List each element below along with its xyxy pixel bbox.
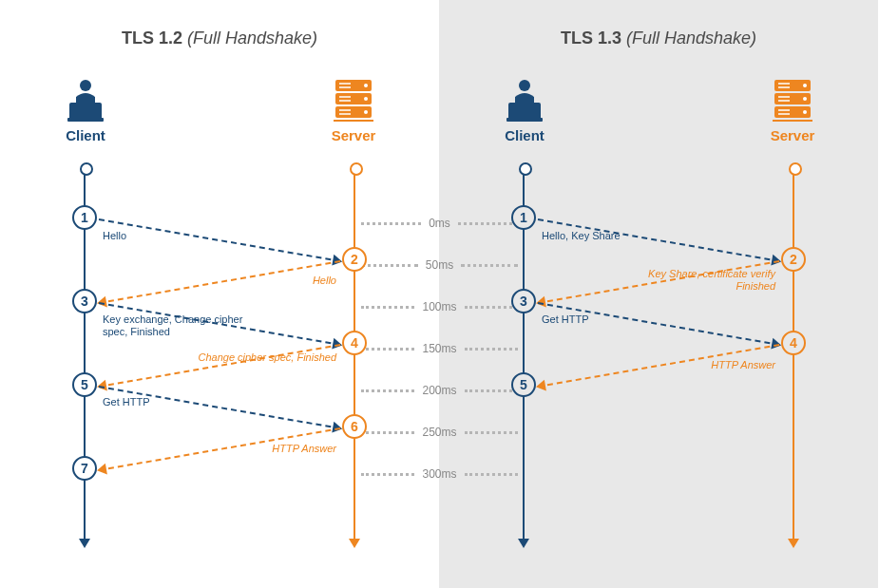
svg-point-16: [519, 80, 530, 91]
svg-rect-17: [508, 103, 541, 120]
sequence-node-tls12-5: 5: [72, 372, 97, 397]
client-label: Client: [487, 127, 563, 143]
message-arrow-tls12-1: [99, 218, 340, 262]
actor-server-tls13: Server: [755, 76, 831, 143]
message-label-tls12-3: Key exchange, Change cipher spec, Finish…: [103, 313, 245, 338]
lifeline-server-tls13: [793, 166, 794, 546]
sequence-node-tls12-3: 3: [72, 289, 97, 313]
sequence-node-tls12-7: 7: [72, 456, 97, 481]
panel-title-tls13: TLS 1.3 (Full Handshake): [439, 28, 878, 48]
svg-point-0: [80, 80, 91, 91]
timeline-label-6: 300ms: [414, 467, 464, 481]
timeline-row-0: 0ms: [361, 217, 518, 230]
timeline-label-5: 250ms: [414, 426, 464, 439]
svg-point-14: [364, 110, 368, 114]
actor-client-tls13: Client: [487, 76, 563, 143]
client-icon: [501, 76, 548, 123]
timeline-label-1: 50ms: [418, 258, 461, 272]
timeline-row-1: 50ms: [361, 258, 518, 272]
client-label: Client: [48, 127, 124, 143]
server-icon: [330, 76, 377, 123]
panel-tls13: TLS 1.3 (Full Handshake) Client Serve: [439, 0, 878, 588]
sequence-node-tls12-2: 2: [342, 247, 367, 272]
sequence-node-tls12-6: 6: [342, 414, 367, 439]
server-label: Server: [315, 127, 392, 143]
server-icon: [769, 76, 816, 123]
svg-point-12: [364, 84, 368, 87]
message-label-tls12-6: HTTP Answer: [272, 443, 336, 455]
message-label-tls12-5: Get HTTP: [103, 396, 150, 408]
message-label-tls12-2: Hello: [313, 275, 336, 287]
sequence-node-tls13-3: 3: [511, 289, 536, 313]
timeline-label-3: 150ms: [414, 342, 464, 355]
svg-rect-1: [69, 103, 102, 120]
timeline-row-4: 200ms: [361, 384, 518, 397]
sequence-node-tls13-4: 4: [781, 331, 806, 355]
message-label-tls12-4: Change cipher spec, Finished: [198, 351, 336, 364]
panel-title-tls12: TLS 1.2 (Full Handshake): [0, 28, 439, 48]
svg-rect-2: [67, 118, 104, 122]
lifeline-server-tls12: [354, 166, 355, 546]
sequence-node-tls13-1: 1: [511, 205, 536, 230]
message-label-tls13-3: Get HTTP: [542, 313, 589, 326]
svg-point-30: [803, 110, 807, 114]
timeline-row-6: 300ms: [361, 467, 518, 481]
message-label-tls13-4: HTTP Answer: [711, 359, 775, 371]
server-label: Server: [755, 127, 831, 143]
actor-server-tls12: Server: [315, 76, 392, 143]
svg-point-28: [803, 84, 807, 87]
message-label-tls12-1: Hello: [103, 230, 126, 242]
sequence-node-tls12-4: 4: [342, 331, 367, 355]
timeline-row-5: 250ms: [361, 426, 518, 439]
message-arrow-tls12-4: [99, 344, 340, 388]
svg-point-29: [803, 97, 807, 101]
svg-point-13: [364, 97, 368, 101]
sequence-node-tls12-1: 1: [72, 205, 97, 230]
message-arrow-tls12-2: [99, 260, 340, 304]
sequence-node-tls13-5: 5: [511, 372, 536, 397]
client-icon: [62, 76, 109, 123]
timeline-label-0: 0ms: [421, 217, 458, 230]
actor-client-tls12: Client: [48, 76, 124, 143]
timeline-label-2: 100ms: [414, 300, 464, 313]
timeline-row-3: 150ms: [361, 342, 518, 355]
svg-rect-18: [506, 118, 543, 122]
message-label-tls13-2: Key Share, certificate verify Finished: [633, 268, 775, 293]
panel-tls12: TLS 1.2 (Full Handshake) Client Serve: [0, 0, 439, 588]
message-label-tls13-1: Hello, Key Share: [542, 230, 621, 242]
timeline-label-4: 200ms: [414, 384, 464, 397]
timeline-row-2: 100ms: [361, 300, 518, 313]
sequence-node-tls13-2: 2: [781, 247, 806, 272]
